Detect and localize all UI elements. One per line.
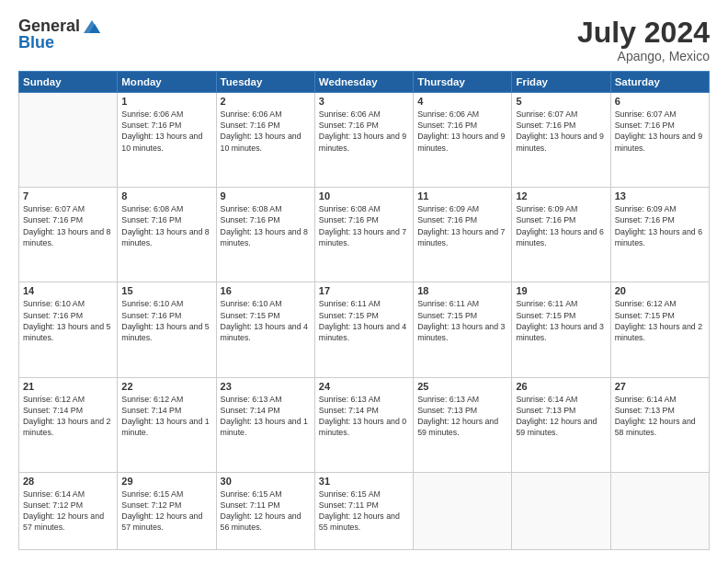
calendar-cell: 11Sunrise: 6:09 AM Sunset: 7:16 PM Dayli… bbox=[414, 188, 512, 282]
day-number: 5 bbox=[516, 96, 606, 107]
day-number: 25 bbox=[417, 381, 507, 392]
calendar-cell: 29Sunrise: 6:15 AM Sunset: 7:12 PM Dayli… bbox=[118, 472, 216, 549]
day-number: 29 bbox=[121, 476, 211, 487]
day-number: 22 bbox=[121, 381, 211, 392]
day-number: 9 bbox=[221, 190, 311, 201]
day-number: 19 bbox=[516, 285, 606, 296]
day-info: Sunrise: 6:14 AM Sunset: 7:12 PM Dayligh… bbox=[23, 488, 113, 534]
day-number: 12 bbox=[516, 190, 606, 201]
calendar-header-tuesday: Tuesday bbox=[216, 72, 314, 93]
day-number: 4 bbox=[417, 96, 507, 107]
day-number: 31 bbox=[319, 476, 409, 487]
day-number: 21 bbox=[23, 381, 113, 392]
calendar-cell: 24Sunrise: 6:13 AM Sunset: 7:14 PM Dayli… bbox=[314, 377, 413, 472]
day-info: Sunrise: 6:15 AM Sunset: 7:12 PM Dayligh… bbox=[121, 488, 211, 534]
day-number: 7 bbox=[23, 190, 113, 201]
day-info: Sunrise: 6:12 AM Sunset: 7:14 PM Dayligh… bbox=[121, 394, 211, 439]
logo-blue: Blue bbox=[18, 34, 102, 52]
day-info: Sunrise: 6:12 AM Sunset: 7:14 PM Dayligh… bbox=[23, 394, 113, 439]
day-info: Sunrise: 6:08 AM Sunset: 7:16 PM Dayligh… bbox=[121, 203, 211, 248]
calendar-cell: 12Sunrise: 6:09 AM Sunset: 7:16 PM Dayli… bbox=[512, 188, 610, 282]
day-info: Sunrise: 6:13 AM Sunset: 7:13 PM Dayligh… bbox=[417, 394, 507, 439]
calendar-cell: 7Sunrise: 6:07 AM Sunset: 7:16 PM Daylig… bbox=[19, 188, 118, 282]
day-number: 28 bbox=[23, 476, 113, 487]
calendar-cell: 13Sunrise: 6:09 AM Sunset: 7:16 PM Dayli… bbox=[610, 188, 709, 282]
calendar-header-wednesday: Wednesday bbox=[314, 72, 413, 93]
calendar-cell: 21Sunrise: 6:12 AM Sunset: 7:14 PM Dayli… bbox=[19, 377, 118, 472]
calendar-cell: 20Sunrise: 6:12 AM Sunset: 7:15 PM Dayli… bbox=[610, 282, 709, 377]
calendar-cell bbox=[610, 472, 709, 549]
calendar-cell: 6Sunrise: 6:07 AM Sunset: 7:16 PM Daylig… bbox=[610, 93, 709, 188]
calendar-cell: 19Sunrise: 6:11 AM Sunset: 7:15 PM Dayli… bbox=[512, 282, 610, 377]
calendar-header-monday: Monday bbox=[118, 72, 216, 93]
day-info: Sunrise: 6:07 AM Sunset: 7:16 PM Dayligh… bbox=[516, 109, 606, 154]
logo: General Blue bbox=[18, 17, 102, 52]
day-number: 2 bbox=[221, 96, 311, 107]
calendar-cell: 4Sunrise: 6:06 AM Sunset: 7:16 PM Daylig… bbox=[414, 93, 512, 188]
day-number: 13 bbox=[615, 190, 705, 201]
day-number: 20 bbox=[615, 285, 705, 296]
day-number: 26 bbox=[516, 381, 606, 392]
calendar-cell: 16Sunrise: 6:10 AM Sunset: 7:15 PM Dayli… bbox=[216, 282, 314, 377]
calendar-cell bbox=[414, 472, 512, 549]
day-info: Sunrise: 6:06 AM Sunset: 7:16 PM Dayligh… bbox=[121, 109, 211, 154]
calendar-cell bbox=[512, 472, 610, 549]
location: Apango, Mexico bbox=[577, 49, 710, 63]
day-number: 15 bbox=[121, 285, 211, 296]
calendar-cell: 3Sunrise: 6:06 AM Sunset: 7:16 PM Daylig… bbox=[314, 93, 413, 188]
calendar-cell bbox=[19, 93, 118, 188]
calendar-cell: 27Sunrise: 6:14 AM Sunset: 7:13 PM Dayli… bbox=[610, 377, 709, 472]
day-number: 18 bbox=[417, 285, 507, 296]
day-number: 14 bbox=[23, 285, 113, 296]
calendar-header-sunday: Sunday bbox=[19, 72, 118, 93]
day-number: 16 bbox=[221, 285, 311, 296]
day-info: Sunrise: 6:13 AM Sunset: 7:14 PM Dayligh… bbox=[221, 394, 311, 439]
calendar-cell: 10Sunrise: 6:08 AM Sunset: 7:16 PM Dayli… bbox=[314, 188, 413, 282]
day-number: 23 bbox=[221, 381, 311, 392]
page: General Blue July 2024 Apango, Mexico Su… bbox=[0, 0, 728, 563]
calendar-table: SundayMondayTuesdayWednesdayThursdayFrid… bbox=[18, 71, 710, 550]
calendar-cell: 15Sunrise: 6:10 AM Sunset: 7:16 PM Dayli… bbox=[118, 282, 216, 377]
month-title: July 2024 bbox=[577, 17, 710, 49]
day-info: Sunrise: 6:12 AM Sunset: 7:15 PM Dayligh… bbox=[615, 298, 705, 343]
calendar-header-friday: Friday bbox=[512, 72, 610, 93]
calendar-cell: 22Sunrise: 6:12 AM Sunset: 7:14 PM Dayli… bbox=[118, 377, 216, 472]
day-info: Sunrise: 6:09 AM Sunset: 7:16 PM Dayligh… bbox=[417, 203, 507, 248]
calendar-week-row: 7Sunrise: 6:07 AM Sunset: 7:16 PM Daylig… bbox=[19, 188, 710, 282]
day-info: Sunrise: 6:11 AM Sunset: 7:15 PM Dayligh… bbox=[516, 298, 606, 343]
day-number: 27 bbox=[615, 381, 705, 392]
day-info: Sunrise: 6:08 AM Sunset: 7:16 PM Dayligh… bbox=[221, 203, 311, 248]
day-number: 6 bbox=[615, 96, 705, 107]
day-number: 3 bbox=[319, 96, 409, 107]
day-info: Sunrise: 6:07 AM Sunset: 7:16 PM Dayligh… bbox=[23, 203, 113, 248]
day-number: 11 bbox=[417, 190, 507, 201]
header: General Blue July 2024 Apango, Mexico bbox=[18, 17, 710, 63]
calendar-cell: 25Sunrise: 6:13 AM Sunset: 7:13 PM Dayli… bbox=[414, 377, 512, 472]
day-number: 8 bbox=[121, 190, 211, 201]
calendar-cell: 1Sunrise: 6:06 AM Sunset: 7:16 PM Daylig… bbox=[118, 93, 216, 188]
calendar-cell: 26Sunrise: 6:14 AM Sunset: 7:13 PM Dayli… bbox=[512, 377, 610, 472]
day-info: Sunrise: 6:15 AM Sunset: 7:11 PM Dayligh… bbox=[221, 488, 311, 534]
day-info: Sunrise: 6:09 AM Sunset: 7:16 PM Dayligh… bbox=[615, 203, 705, 248]
calendar-week-row: 14Sunrise: 6:10 AM Sunset: 7:16 PM Dayli… bbox=[19, 282, 710, 377]
day-info: Sunrise: 6:09 AM Sunset: 7:16 PM Dayligh… bbox=[516, 203, 606, 248]
day-info: Sunrise: 6:11 AM Sunset: 7:15 PM Dayligh… bbox=[319, 298, 409, 343]
calendar-cell: 31Sunrise: 6:15 AM Sunset: 7:11 PM Dayli… bbox=[314, 472, 413, 549]
day-number: 1 bbox=[121, 96, 211, 107]
day-info: Sunrise: 6:14 AM Sunset: 7:13 PM Dayligh… bbox=[516, 394, 606, 439]
day-info: Sunrise: 6:10 AM Sunset: 7:16 PM Dayligh… bbox=[121, 298, 211, 343]
calendar-cell: 30Sunrise: 6:15 AM Sunset: 7:11 PM Dayli… bbox=[216, 472, 314, 549]
day-info: Sunrise: 6:10 AM Sunset: 7:15 PM Dayligh… bbox=[221, 298, 311, 343]
calendar-week-row: 1Sunrise: 6:06 AM Sunset: 7:16 PM Daylig… bbox=[19, 93, 710, 188]
calendar-week-row: 21Sunrise: 6:12 AM Sunset: 7:14 PM Dayli… bbox=[19, 377, 710, 472]
calendar-week-row: 28Sunrise: 6:14 AM Sunset: 7:12 PM Dayli… bbox=[19, 472, 710, 549]
title-block: July 2024 Apango, Mexico bbox=[577, 17, 710, 63]
calendar-cell: 18Sunrise: 6:11 AM Sunset: 7:15 PM Dayli… bbox=[414, 282, 512, 377]
calendar-cell: 2Sunrise: 6:06 AM Sunset: 7:16 PM Daylig… bbox=[216, 93, 314, 188]
calendar-cell: 8Sunrise: 6:08 AM Sunset: 7:16 PM Daylig… bbox=[118, 188, 216, 282]
calendar-cell: 14Sunrise: 6:10 AM Sunset: 7:16 PM Dayli… bbox=[19, 282, 118, 377]
day-info: Sunrise: 6:15 AM Sunset: 7:11 PM Dayligh… bbox=[319, 488, 409, 534]
calendar-cell: 17Sunrise: 6:11 AM Sunset: 7:15 PM Dayli… bbox=[314, 282, 413, 377]
day-number: 30 bbox=[221, 476, 311, 487]
day-info: Sunrise: 6:10 AM Sunset: 7:16 PM Dayligh… bbox=[23, 298, 113, 343]
